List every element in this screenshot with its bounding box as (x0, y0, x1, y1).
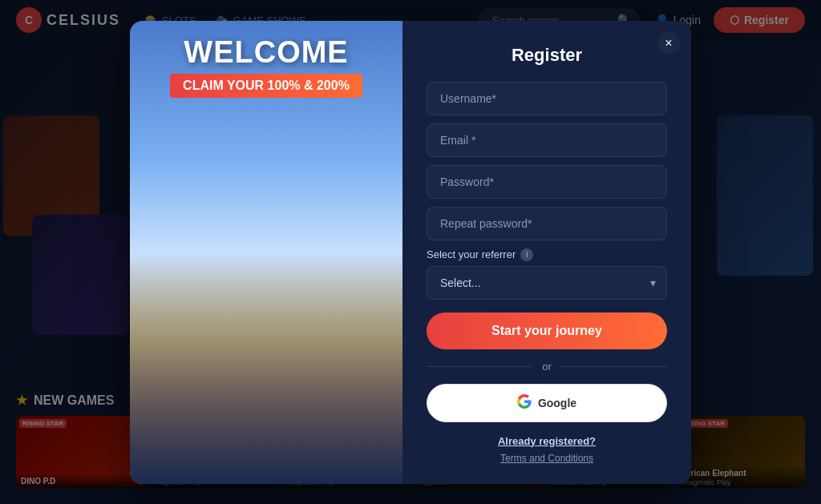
or-text: or (542, 361, 552, 373)
welcome-title: WELCOME (130, 37, 402, 67)
modal-title: Register (427, 45, 667, 66)
email-input[interactable] (427, 123, 667, 157)
welcome-subtitle: CLAIM YOUR 100% & 200% (170, 74, 362, 98)
google-icon (517, 394, 532, 412)
referrer-label: Select your referrer i (427, 248, 667, 261)
or-line-left (427, 366, 532, 367)
referrer-select[interactable]: Select... (427, 266, 667, 300)
start-journey-button[interactable]: Start your journey (427, 312, 667, 349)
username-input[interactable] (427, 82, 667, 115)
footer-links: Already registered? Terms and Conditions (427, 435, 667, 465)
modal-overlay-gradient (130, 252, 402, 484)
welcome-text-area: WELCOME CLAIM YOUR 100% & 200% (130, 37, 402, 98)
modal-overlay: × WELCOME CLAIM YOUR 100% & 200% (0, 0, 821, 504)
modal-right-panel: Register Select your referrer i Select..… (402, 21, 691, 484)
password-input[interactable] (427, 165, 667, 199)
repeat-password-input[interactable] (427, 207, 667, 240)
terms-link[interactable]: Terms and Conditions (500, 453, 593, 464)
modal-left-panel: WELCOME CLAIM YOUR 100% & 200% (130, 21, 402, 484)
google-signin-button[interactable]: Google (427, 384, 667, 422)
info-icon: i (520, 248, 533, 261)
already-registered-link[interactable]: Already registered? (427, 435, 667, 447)
close-button[interactable]: × (657, 32, 680, 54)
register-modal: × WELCOME CLAIM YOUR 100% & 200% (130, 21, 691, 484)
or-divider: or (427, 361, 667, 373)
or-line-right (561, 366, 667, 367)
select-wrapper: Select... ▾ (427, 266, 667, 300)
